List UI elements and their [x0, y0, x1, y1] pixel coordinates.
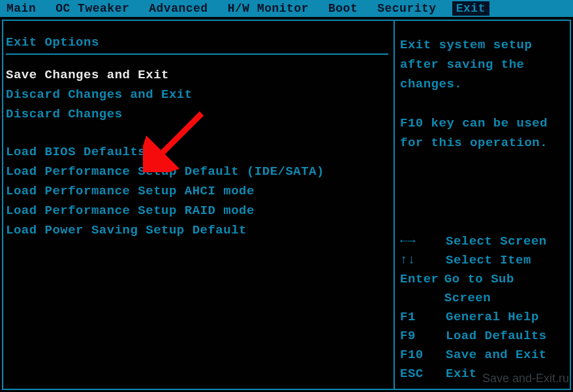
tab-exit[interactable]: Exit [452, 1, 489, 16]
key-esc: ESC Exit [400, 365, 565, 384]
tab-boot[interactable]: Boot [324, 1, 362, 16]
menu-load-perf-ahci[interactable]: Load Performance Setup AHCI mode [6, 181, 388, 201]
key-f9: F9 Load Defaults [400, 327, 565, 346]
tab-advanced[interactable]: Advanced [145, 1, 211, 16]
key-label: F10 [400, 346, 446, 365]
key-label: F9 [400, 327, 446, 346]
key-f10: F10 Save and Exit [400, 346, 565, 365]
key-desc: General Help [446, 308, 539, 327]
key-desc: Exit [446, 365, 477, 384]
key-label: Enter [400, 270, 444, 308]
help-text-line: Exit system setup [400, 35, 565, 55]
key-desc: Select Screen [446, 232, 547, 251]
help-text-line: changes. [400, 74, 565, 94]
section-title: Exit Options [6, 35, 388, 50]
help-text-line [400, 94, 565, 113]
tab-bar: Main OC Tweaker Advanced H/W Monitor Boo… [0, 0, 573, 17]
menu-load-perf-default-ide-sata[interactable]: Load Performance Setup Default (IDE/SATA… [6, 162, 388, 181]
menu-discard-changes[interactable]: Discard Changes [6, 104, 388, 124]
help-text-line: for this operation. [400, 133, 565, 153]
menu-load-bios-defaults[interactable]: Load BIOS Defaults [6, 142, 388, 162]
tab-oc-tweaker[interactable]: OC Tweaker [52, 1, 133, 16]
tab-main[interactable]: Main [3, 1, 40, 16]
key-enter: Enter Go to Sub Screen [400, 270, 565, 308]
menu-load-power-saving[interactable]: Load Power Saving Setup Default [6, 220, 388, 240]
help-text-line: F10 key can be used [400, 113, 565, 133]
key-label: ←→ [400, 232, 446, 251]
key-select-screen: ←→ Select Screen [400, 232, 565, 251]
menu-save-changes-exit[interactable]: Save Changes and Exit [6, 65, 388, 85]
key-select-item: ↑↓ Select Item [400, 251, 565, 270]
bios-frame: Exit Options Save Changes and Exit Disca… [2, 20, 571, 390]
key-f1: F1 General Help [400, 308, 565, 327]
menu-load-perf-raid[interactable]: Load Performance Setup RAID mode [6, 201, 388, 220]
key-desc: Go to Sub Screen [444, 270, 565, 308]
exit-options-pane: Exit Options Save Changes and Exit Disca… [3, 21, 394, 389]
help-pane: Exit system setup after saving the chang… [394, 21, 570, 389]
key-label: ↑↓ [400, 251, 446, 270]
tab-hw-monitor[interactable]: H/W Monitor [224, 1, 313, 16]
menu-discard-changes-exit[interactable]: Discard Changes and Exit [6, 85, 388, 104]
tab-security[interactable]: Security [373, 1, 440, 16]
divider [6, 53, 388, 55]
help-text-line: after saving the [400, 55, 565, 74]
key-desc: Load Defaults [446, 327, 547, 346]
key-help: ←→ Select Screen ↑↓ Select Item Enter Go… [400, 228, 565, 384]
key-desc: Select Item [446, 251, 531, 270]
key-label: F1 [400, 308, 446, 327]
key-desc: Save and Exit [446, 346, 547, 365]
spacer [6, 124, 388, 142]
key-label: ESC [400, 365, 446, 384]
